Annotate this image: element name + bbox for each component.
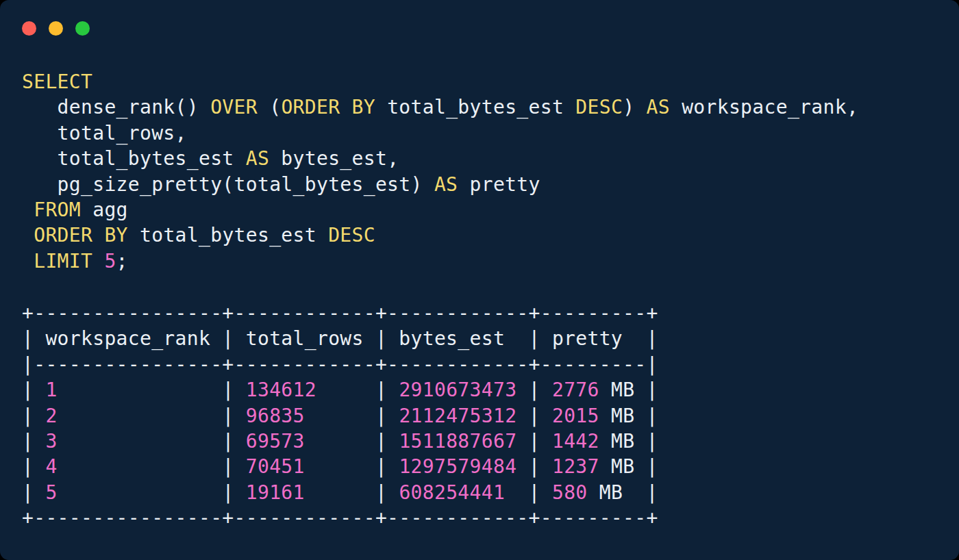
cell-number: 69573: [246, 430, 305, 453]
cell-number: 3: [45, 430, 57, 453]
cell-pad: [540, 481, 552, 504]
pipe: |: [222, 430, 234, 453]
pipe: |: [375, 430, 387, 453]
cell-unit: [516, 430, 528, 453]
cell-unit: [305, 455, 375, 478]
cell-number: 1297579484: [399, 455, 516, 478]
cell-unit: [58, 481, 223, 504]
cell-number: 608254441: [399, 481, 505, 504]
cell-unit: [305, 481, 375, 504]
sql-token: FROM: [34, 199, 81, 221]
table-header-row: | workspace_rank | total_rows | bytes_es…: [22, 326, 658, 351]
sql-token: DESC: [328, 224, 375, 246]
cell-number: 1: [45, 379, 57, 401]
sql-token: 5: [104, 250, 116, 272]
cell-unit: MB: [599, 455, 647, 478]
cell-pad: [540, 405, 552, 427]
cell-pad: [540, 430, 552, 453]
cell-number: 2015: [552, 405, 599, 427]
cell-pad: [34, 430, 45, 453]
sql-line: ORDER BY total_bytes_est DESC: [22, 222, 858, 248]
cell-pad: [34, 455, 45, 478]
cell-pad: [34, 379, 45, 401]
sql-token: [22, 199, 34, 221]
table-border-bottom: +----------------+------------+---------…: [22, 505, 658, 531]
cell-number: 1511887667: [399, 430, 516, 453]
sql-token: total_bytes_est: [375, 96, 575, 118]
cell-pad: [34, 405, 45, 427]
cell-number: 70451: [246, 455, 305, 478]
cell-number: 2776: [552, 379, 599, 401]
cell-number: 580: [552, 481, 588, 504]
cell-pad: [234, 405, 246, 427]
zoom-button[interactable]: [75, 21, 90, 36]
cell-unit: MB: [599, 430, 647, 453]
cell-number: 1442: [552, 430, 599, 453]
sql-token: bytes_est,: [269, 147, 399, 170]
pipe: |: [222, 455, 234, 478]
sql-line: dense_rank() OVER (ORDER BY total_bytes_…: [22, 94, 858, 120]
table-row: | 5 | 19161 | 608254441 | 580 MB |: [22, 480, 658, 505]
pipe: |: [647, 455, 658, 478]
pipe: |: [647, 379, 658, 401]
cell-unit: [516, 455, 528, 478]
sql-line: LIMIT 5;: [22, 249, 858, 274]
cell-pad: [387, 455, 399, 478]
cell-unit: MB: [588, 481, 647, 504]
cell-pad: [387, 430, 399, 453]
cell-pad: [234, 430, 246, 453]
pipe: |: [375, 455, 387, 478]
pipe: |: [375, 405, 387, 427]
sql-token: ORDER BY: [34, 224, 128, 246]
pipe: |: [22, 455, 34, 478]
sql-token: pretty: [458, 173, 540, 196]
sql-token: LIMIT: [34, 250, 92, 272]
cell-pad: [387, 379, 399, 401]
pipe: |: [22, 405, 34, 427]
sql-token: SELECT: [22, 71, 92, 93]
cell-pad: [540, 379, 552, 401]
sql-token: [22, 224, 34, 246]
pipe: |: [375, 481, 387, 504]
cell-unit: [58, 430, 223, 453]
sql-token: [92, 250, 104, 272]
sql-token: AS: [434, 173, 458, 196]
sql-line: pg_size_pretty(total_bytes_est) AS prett…: [22, 172, 858, 197]
titlebar: [22, 21, 90, 36]
cell-number: 96835: [246, 405, 305, 427]
cell-number: 5: [45, 481, 57, 504]
cell-unit: [58, 379, 223, 401]
cell-unit: MB: [599, 379, 647, 401]
sql-token: total_rows,: [22, 122, 187, 144]
cell-pad: [540, 455, 552, 478]
cell-unit: [516, 405, 528, 427]
cell-unit: MB: [599, 405, 647, 427]
pipe: |: [529, 379, 540, 401]
pipe: |: [529, 405, 540, 427]
cell-number: 2910673473: [399, 379, 516, 401]
sql-token: total_bytes_est: [22, 147, 246, 170]
pipe: |: [22, 430, 34, 453]
cell-pad: [387, 481, 399, 504]
sql-token: pg_size_pretty(total_bytes_est): [22, 173, 434, 196]
pipe: |: [647, 405, 658, 427]
table-row: | 2 | 96835 | 2112475312 | 2015 MB |: [22, 403, 658, 429]
pipe: |: [22, 379, 34, 401]
cell-pad: [387, 405, 399, 427]
pipe: |: [529, 430, 540, 453]
close-button[interactable]: [22, 21, 36, 36]
sql-token: [22, 250, 34, 272]
table-row: | 4 | 70451 | 1297579484 | 1237 MB |: [22, 454, 658, 479]
sql-line: SELECT: [22, 69, 858, 94]
terminal-window: SELECT dense_rank() OVER (ORDER BY total…: [0, 0, 959, 560]
sql-line: total_rows,: [22, 120, 858, 146]
sql-token: ): [623, 96, 646, 118]
table-row: | 1 | 134612 | 2910673473 | 2776 MB |: [22, 377, 658, 403]
sql-line: FROM agg: [22, 197, 858, 222]
pipe: |: [22, 481, 34, 504]
minimize-button[interactable]: [49, 21, 63, 36]
cell-unit: [505, 481, 528, 504]
table-row: | 3 | 69573 | 1511887667 | 1442 MB |: [22, 429, 658, 454]
pipe: |: [222, 405, 234, 427]
cell-unit: [316, 379, 375, 401]
